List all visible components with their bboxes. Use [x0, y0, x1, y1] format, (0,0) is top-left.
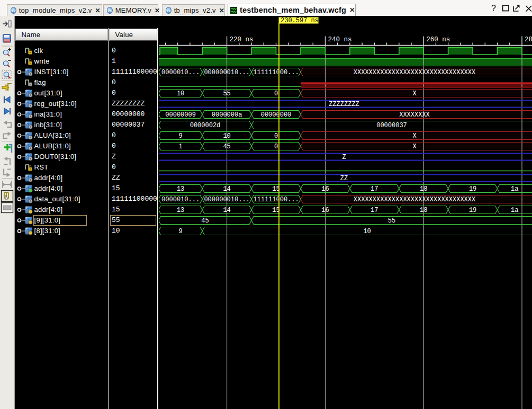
svg-text:X: X	[412, 143, 416, 150]
svg-text:00000000: 00000000	[261, 111, 292, 119]
svg-text:17: 17	[371, 207, 378, 214]
svg-text:17: 17	[371, 185, 378, 193]
svg-text:45: 45	[201, 217, 209, 225]
svg-text:0000000a: 0000000a	[212, 111, 242, 119]
svg-text:280 ns: 280 ns	[525, 36, 532, 43]
svg-text:1a: 1a	[511, 185, 518, 193]
svg-text:X: X	[412, 90, 416, 97]
svg-text:1: 1	[178, 143, 182, 150]
svg-text:18: 18	[420, 207, 427, 214]
svg-text:0: 0	[274, 132, 278, 140]
svg-text:1a: 1a	[511, 207, 518, 214]
svg-text:10: 10	[223, 132, 230, 140]
svg-text:55: 55	[388, 217, 395, 225]
svg-text:00000009: 00000009	[165, 111, 196, 119]
svg-text:X: X	[412, 132, 416, 140]
svg-text:ZZ: ZZ	[340, 175, 348, 182]
svg-text:?: ?	[491, 4, 496, 13]
svg-text:9: 9	[178, 228, 182, 235]
svg-text:16: 16	[321, 185, 329, 193]
svg-text:000000010...: 000000010...	[204, 69, 249, 76]
svg-text:XXXXXXXX: XXXXXXXX	[399, 111, 430, 119]
svg-text:10: 10	[363, 228, 371, 235]
svg-text:230.597 ns: 230.597 ns	[281, 17, 319, 24]
svg-text:111111000...: 111111000...	[253, 196, 299, 203]
svg-text:220 ns: 220 ns	[230, 36, 254, 43]
svg-text:0: 0	[274, 90, 278, 97]
svg-text:13: 13	[177, 207, 184, 214]
svg-text:16: 16	[321, 207, 329, 214]
svg-text:0000010...: 0000010...	[161, 196, 200, 203]
svg-text:260 ns: 260 ns	[426, 36, 450, 43]
svg-text:0000010...: 0000010...	[161, 69, 200, 76]
svg-text:0000002d: 0000002d	[190, 122, 221, 129]
svg-text:0: 0	[274, 143, 278, 150]
svg-text:9: 9	[178, 132, 182, 140]
svg-text:45: 45	[223, 143, 230, 150]
svg-text:XXXXXXXXXXXXXXXXXXXXXXXXXXXXXX: XXXXXXXXXXXXXXXXXXXXXXXXXXXXXXXX	[354, 69, 475, 76]
svg-text:14: 14	[223, 185, 230, 193]
svg-text:ZZZZZZZZ: ZZZZZZZZ	[329, 101, 359, 108]
svg-text:18: 18	[420, 185, 427, 193]
svg-text:000000010...: 000000010...	[204, 196, 249, 203]
svg-text:19: 19	[469, 207, 476, 214]
svg-text:10: 10	[177, 90, 184, 97]
svg-text:00000037: 00000037	[376, 122, 407, 129]
svg-text:55: 55	[223, 90, 230, 97]
svg-text:Z: Z	[342, 154, 346, 161]
svg-text:13: 13	[177, 185, 184, 193]
svg-text:XXXXXXXXXXXXXXXXXXXXXXXXXXXXXX: XXXXXXXXXXXXXXXXXXXXXXXXXXXXXXXX	[354, 196, 475, 203]
svg-text:14: 14	[223, 207, 230, 214]
svg-text:240 ns: 240 ns	[328, 36, 351, 43]
svg-text:111111000...: 111111000...	[253, 69, 299, 76]
svg-text:19: 19	[469, 185, 476, 193]
